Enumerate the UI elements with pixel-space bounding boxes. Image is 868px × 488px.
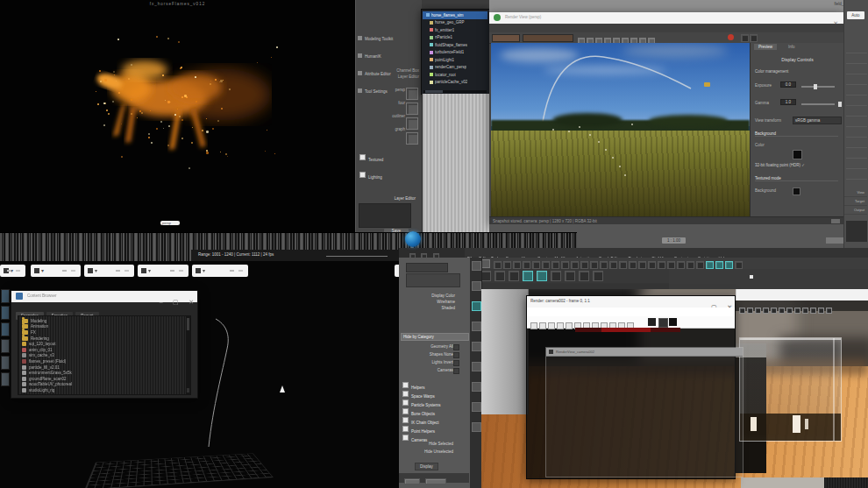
view-transform-dropdown[interactable]: sRGB gamma [793, 117, 842, 124]
playbar-group[interactable]: ▾ [31, 265, 81, 277]
tab-preview[interactable]: Preview [754, 44, 777, 50]
secondary-white-titlebar[interactable] [736, 289, 868, 301]
rv-tool-extra1-icon[interactable] [741, 34, 749, 42]
browser-list-item[interactable]: particle_fill_v2.01 [22, 364, 180, 371]
view-layout-button-icon[interactable] [406, 117, 418, 130]
tool-column-icon[interactable] [472, 322, 481, 331]
status-right-chip[interactable] [831, 219, 840, 223]
toolbar-icon[interactable] [735, 261, 743, 269]
row-chip[interactable] [453, 368, 459, 374]
browser-list-item[interactable]: environmentGrass_5x5k [22, 370, 180, 376]
toolbar-icon[interactable] [513, 261, 521, 269]
browser-list-item[interactable]: groundPlane_scan02 [22, 376, 180, 382]
playbar-group[interactable]: ▾ [138, 265, 189, 277]
toolbar-icon[interactable] [523, 261, 530, 269]
playbar-icon[interactable] [88, 268, 93, 273]
category-checkbox-row[interactable]: Space Warps [402, 385, 467, 394]
row-chip[interactable] [453, 344, 459, 350]
view-layout-button-icon[interactable] [406, 132, 418, 145]
outliner-item[interactable]: horse_flames_sim [423, 11, 487, 19]
playbar-icon[interactable] [34, 268, 39, 273]
category-checkbox-row[interactable]: Particle Systems [402, 394, 467, 403]
outliner-scrollbar[interactable] [423, 90, 487, 93]
browser-list-item[interactable]: FX [22, 329, 180, 336]
toolbar-icon[interactable] [638, 261, 646, 269]
slider-thumb-handle[interactable] [814, 84, 817, 89]
toolbar-icon-active[interactable] [537, 271, 547, 281]
abort-render-icon[interactable] [728, 34, 734, 40]
toolbar-icon[interactable] [629, 261, 637, 269]
mini-tool-icon[interactable] [794, 308, 800, 314]
mini-tool-icon[interactable] [779, 308, 785, 314]
side-dock-icon[interactable] [1, 306, 10, 320]
viewport-fire-horse[interactable]: fx_horseFlames_v012 persp [0, 0, 355, 232]
category-checkbox-row[interactable]: Point Helpers [402, 421, 467, 429]
tool-column-icon[interactable] [472, 402, 481, 412]
chevron-down-icon[interactable]: ▾ [148, 267, 151, 273]
rd-tool-icon[interactable] [566, 322, 573, 329]
toolbar-icon[interactable] [590, 261, 598, 269]
checkbox[interactable] [359, 154, 366, 160]
row-chip[interactable] [453, 360, 459, 366]
timeline-ruler-2[interactable] [0, 250, 191, 261]
outliner-item[interactable]: horse_geo_GRP [423, 19, 487, 27]
side-dock-icon[interactable] [1, 372, 10, 386]
mini-tool-icon[interactable] [786, 308, 793, 314]
toolbar-icon[interactable] [579, 271, 589, 281]
mini-tool-icon[interactable] [763, 308, 769, 314]
toolbar-icon[interactable] [503, 261, 511, 269]
slider-track[interactable] [801, 86, 835, 88]
toolbar-icon[interactable] [561, 261, 569, 269]
content-list-area[interactable]: ModelingAnimationFXRenderingsqt_120_layo… [18, 315, 191, 395]
rd-tool-icon[interactable] [548, 322, 555, 329]
minimize-icon[interactable]: – [160, 299, 163, 305]
spreadsheet-panel[interactable] [422, 94, 490, 232]
outliner-item[interactable]: turbulenceField1 [423, 49, 487, 57]
outliner-item[interactable]: renderCam_persp [423, 64, 487, 72]
view-layout-button-icon[interactable] [406, 103, 418, 115]
chevron-down-icon[interactable]: ▾ [41, 267, 44, 273]
browser-list-item[interactable]: Modeling [22, 318, 180, 324]
toolbar-icon[interactable] [580, 261, 588, 269]
command-panel-row-label[interactable]: View [844, 188, 867, 197]
tool-column-icon[interactable] [472, 362, 481, 371]
slider-thumb-handle[interactable] [838, 102, 842, 107]
rendered-image-landscape[interactable] [491, 43, 750, 216]
tool-column-icon[interactable] [472, 422, 481, 432]
browser-list-item[interactable]: flames_preset (Fluid) [22, 358, 180, 364]
close-icon[interactable]: ✕ [189, 299, 194, 305]
toolbar-icon[interactable] [494, 271, 505, 281]
tab-info[interactable]: Info [784, 44, 800, 50]
outliner-item[interactable]: fluidShape_flames [423, 41, 487, 49]
mini-tool-icon[interactable] [747, 308, 753, 314]
toolbar-icon-active[interactable] [725, 261, 733, 269]
toolbar-icon[interactable] [494, 261, 502, 269]
side-dock-icon[interactable] [1, 322, 10, 336]
toolbar-icon[interactable] [565, 271, 575, 281]
toolbar-icon[interactable] [696, 261, 704, 269]
hide-by-category-row[interactable]: Hide by Category [401, 333, 469, 341]
toolbar-icon-active[interactable] [523, 271, 533, 281]
side-dock-icon[interactable] [1, 289, 10, 303]
mini-tool-icon[interactable] [802, 308, 808, 314]
tool-column-icon[interactable] [472, 342, 481, 351]
panel-row[interactable]: Cameras [399, 367, 460, 375]
rd-tool-icon[interactable] [539, 322, 546, 329]
toolbar-icon[interactable] [658, 261, 665, 269]
panel-row[interactable]: Shapes None [399, 351, 460, 359]
toolbar-icon[interactable] [593, 271, 603, 281]
category-checkbox-row[interactable]: IK Chain Object [402, 412, 467, 421]
sidebar-checkbox-row[interactable]: Lighting [359, 166, 419, 182]
browser-list-item[interactable]: sim_cache_v3 [22, 353, 180, 359]
outliner-item[interactable]: locator_root [423, 71, 487, 79]
toolbar-icon[interactable] [667, 261, 675, 269]
layer-list-box[interactable] [359, 203, 411, 228]
content-browser-titlebar[interactable]: Content Browser – ▢ ✕ [11, 291, 197, 302]
rd-dark-chip3-icon[interactable] [669, 318, 677, 326]
toolbar-icon-active[interactable] [715, 261, 723, 269]
toolbar-icon[interactable] [542, 261, 550, 269]
chevron-down-icon[interactable]: ▾ [203, 267, 205, 273]
rd-tool-icon[interactable] [557, 322, 564, 329]
browser-list-item[interactable]: Rendering [22, 336, 180, 342]
mini-tool-icon[interactable] [771, 308, 777, 314]
